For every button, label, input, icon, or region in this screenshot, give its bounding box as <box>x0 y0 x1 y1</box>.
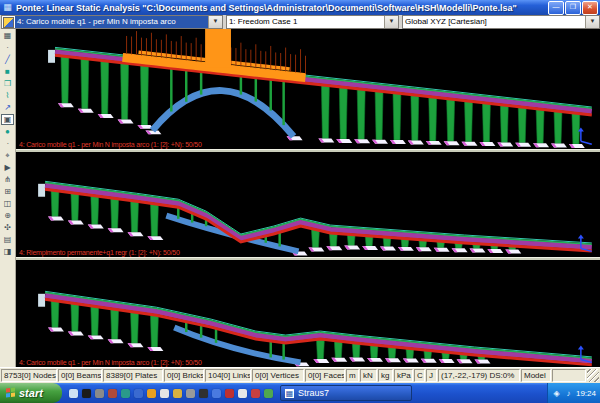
straus7-app-icon: ▦ <box>285 389 294 398</box>
application-window: ▦ Ponte: Linear Static Analysis "C:\Docu… <box>0 0 600 403</box>
viewport-3: 4: Carico mobile q1 - per Min N imposta … <box>16 260 600 367</box>
grid-icon[interactable]: ⊞ <box>1 186 14 197</box>
quick-launch-icon[interactable] <box>82 389 91 398</box>
chevron-down-icon[interactable]: ▼ <box>585 16 599 28</box>
chevron-down-icon[interactable]: ▼ <box>384 16 398 28</box>
case-toolbar: 4: Carico mobile q1 - per Min N imposta … <box>0 15 600 30</box>
load-icon[interactable]: ↗ <box>1 102 14 113</box>
add-view-icon[interactable]: ⊕ <box>1 210 14 221</box>
status-mode: Model <box>521 369 551 382</box>
tray-icon-1[interactable]: ◈ <box>552 389 561 398</box>
freedom-case-value[interactable]: 1: Freedom Case 1 <box>227 16 384 28</box>
status-filler <box>552 369 586 382</box>
quick-launch-icon[interactable] <box>108 389 117 398</box>
plate-icon[interactable]: ■ <box>1 66 14 77</box>
result-case-dropdown[interactable]: 4: Carico mobile q1 - per Min N imposta … <box>1 15 223 29</box>
half-view-icon[interactable]: ◨ <box>1 246 14 257</box>
link-icon[interactable]: ⌇ <box>1 90 14 101</box>
status-faces: 0[0] Faces <box>305 369 345 382</box>
windows-logo-icon <box>6 387 16 398</box>
quick-launch-icon[interactable] <box>199 389 208 398</box>
taskbar-button-label: Straus7 <box>298 388 329 398</box>
viewport-3-caption: 4: Carico mobile q1 - per Min N imposta … <box>19 359 202 366</box>
viewport-stack: 4: Carico mobile q1 - per Min N imposta … <box>16 29 600 367</box>
result-case-value[interactable]: 4: Carico mobile q1 - per Min N imposta … <box>15 16 208 28</box>
quick-launch-icon[interactable] <box>160 389 169 398</box>
quick-launch-icon[interactable] <box>186 389 195 398</box>
status-vertices: 0[0] Vertices <box>252 369 304 382</box>
select-grid-icon[interactable]: ▦ <box>1 30 14 41</box>
quick-launch-icon[interactable] <box>212 389 221 398</box>
status-unit-length: m <box>346 369 359 382</box>
quick-launch-icon[interactable] <box>225 389 234 398</box>
taskbar-button-straus7[interactable]: ▦ Straus7 <box>280 385 412 401</box>
title-bar: ▦ Ponte: Linear Static Analysis "C:\Docu… <box>0 0 600 15</box>
status-nodes: 8753[0] Nodes <box>1 369 57 382</box>
start-label: start <box>19 387 43 399</box>
status-bar: 8753[0] Nodes 0[0] Beams 8389[0] Plates … <box>0 367 600 383</box>
minimize-button[interactable]: — <box>548 1 564 15</box>
status-unit-pressure: kPa <box>394 369 413 382</box>
viewport-2-caption: 4: Riempimento permanente+q1 regr (1: [2… <box>19 249 180 256</box>
brick-icon[interactable]: ❒ <box>1 78 14 89</box>
quick-launch-icon[interactable] <box>147 389 156 398</box>
straus7-app-icon: ▦ <box>2 2 13 13</box>
status-unit-energy: J <box>426 369 437 382</box>
windows-taskbar: start ▦ Straus7 ◈ ♪ 19: <box>0 383 600 403</box>
result-case-icon <box>3 17 14 28</box>
quick-launch-icon[interactable] <box>238 389 247 398</box>
status-plates: 8389[0] Plates <box>103 369 163 382</box>
status-bricks: 0[0] Bricks <box>164 369 204 382</box>
main-area: ▦ · ╱ ■ ❒ ⌇ ↗ ▣ ● ∙ ⌖ ▶ ⋔ ⊞ ◫ ⊕ ✣ ▤ ◨ 4:… <box>0 29 600 367</box>
status-unit-mass: kg <box>378 369 393 382</box>
resize-grip[interactable] <box>587 369 599 382</box>
quick-launch-icon[interactable] <box>121 389 130 398</box>
quick-launch-icon[interactable] <box>134 389 143 398</box>
coordinate-system-value[interactable]: Global XYZ [Cartesian] <box>403 16 585 28</box>
window-title: Ponte: Linear Static Analysis "C:\Docume… <box>16 3 545 13</box>
maximize-button[interactable]: ❐ <box>565 1 581 15</box>
status-links: 104[0] Links <box>205 369 251 382</box>
status-coordinates: (17,-22,-179) DS:0% <box>438 369 520 382</box>
freedom-case-dropdown[interactable]: 1: Freedom Case 1 ▼ <box>226 15 399 29</box>
split-view-icon[interactable]: ◫ <box>1 198 14 209</box>
branch-icon[interactable]: ⋔ <box>1 174 14 185</box>
status-unit-force: kN <box>360 369 377 382</box>
coordinate-system-dropdown[interactable]: Global XYZ [Cartesian] ▼ <box>402 15 600 29</box>
entity-toolbar: ▦ · ╱ ■ ❒ ⌇ ↗ ▣ ● ∙ ⌖ ▶ ⋔ ⊞ ◫ ⊕ ✣ ▤ ◨ <box>0 29 16 367</box>
quick-launch-area <box>62 389 280 398</box>
quick-launch-icon[interactable] <box>173 389 182 398</box>
view-icon[interactable]: ▶ <box>1 162 14 173</box>
geometry-icon[interactable]: ● <box>1 126 14 137</box>
quick-launch-icon[interactable] <box>95 389 104 398</box>
bridge-model-canvas-1[interactable] <box>16 29 600 149</box>
move-icon[interactable]: ✣ <box>1 222 14 233</box>
close-button[interactable]: ✕ <box>582 1 598 15</box>
quick-launch-icon[interactable] <box>264 389 273 398</box>
bridge-model-canvas-2[interactable] <box>16 152 600 256</box>
quick-launch-icon[interactable] <box>251 389 260 398</box>
node-icon[interactable]: · <box>1 42 14 53</box>
beam-icon[interactable]: ╱ <box>1 54 14 65</box>
target-select-icon[interactable]: ⌖ <box>1 150 14 161</box>
system-tray: ◈ ♪ 19:24 <box>547 383 600 403</box>
point-icon[interactable]: ∙ <box>1 138 14 149</box>
table-icon[interactable]: ▤ <box>1 234 14 245</box>
quick-launch-icon[interactable] <box>69 389 78 398</box>
viewport-2: 4: Riempimento permanente+q1 regr (1: [2… <box>16 152 600 256</box>
chevron-down-icon[interactable]: ▼ <box>208 16 222 28</box>
viewport-1: 4: Carico mobile q1 - per Min N imposta … <box>16 29 600 149</box>
clock[interactable]: 19:24 <box>576 389 596 398</box>
tray-icon-2[interactable]: ♪ <box>564 389 573 398</box>
bridge-model-canvas-3[interactable] <box>16 260 600 367</box>
viewport-1-caption: 4: Carico mobile q1 - per Min N imposta … <box>19 141 202 148</box>
status-beams: 0[0] Beams <box>58 369 102 382</box>
status-unit-temp: C <box>414 369 425 382</box>
face-select-icon[interactable]: ▣ <box>1 114 14 125</box>
start-button[interactable]: start <box>0 383 62 403</box>
